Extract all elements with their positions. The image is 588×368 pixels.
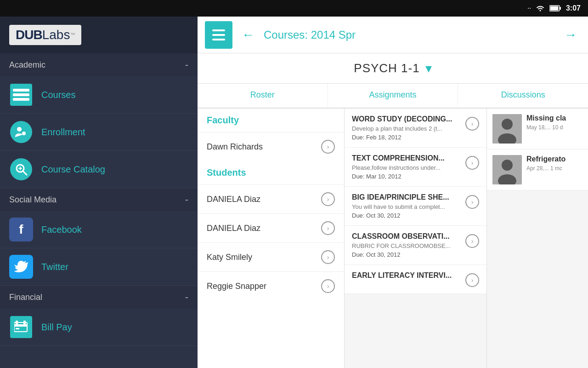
discussion-item-1[interactable]: Refrigerato Apr 28,... 1 mc bbox=[487, 150, 588, 190]
svg-rect-16 bbox=[23, 321, 26, 324]
svg-point-21 bbox=[502, 160, 513, 171]
chevron-right-icon: › bbox=[321, 279, 335, 293]
roster-item-student-2[interactable]: Katy Smilely › bbox=[198, 242, 344, 271]
roster-item-student-3[interactable]: Reggie Snapper › bbox=[198, 271, 344, 300]
discussion-title: Missing cla bbox=[526, 114, 582, 122]
assignment-title: EARLY LITERACY INTERVI... bbox=[352, 271, 461, 280]
logo: DUBLabs™ bbox=[9, 25, 81, 45]
course-name: PSYCH 1-1 bbox=[354, 61, 419, 75]
tab-roster[interactable]: Roster bbox=[198, 84, 328, 108]
roster-name: Katy Smilely bbox=[207, 253, 252, 262]
assignment-desc: You will have to submit a complet... bbox=[352, 203, 461, 210]
nav-forward-button[interactable]: → bbox=[560, 28, 581, 42]
course-catalog-label: Course Catalog bbox=[41, 164, 105, 175]
financial-title: Financial bbox=[9, 293, 42, 302]
facebook-icon: f bbox=[9, 218, 33, 242]
assignment-desc: Please,follow instructions under... bbox=[352, 164, 461, 171]
svg-line-9 bbox=[23, 171, 27, 175]
students-title: Students bbox=[207, 167, 246, 178]
assignment-arrow-icon[interactable]: › bbox=[465, 195, 479, 209]
academic-title: Academic bbox=[9, 60, 45, 70]
enrollment-label: Enrollment bbox=[41, 127, 85, 138]
faculty-section-header: Faculty bbox=[198, 109, 344, 132]
discussion-title: Refrigerato bbox=[526, 155, 582, 163]
svg-rect-3 bbox=[550, 6, 558, 11]
social-media-collapse[interactable]: - bbox=[185, 194, 188, 206]
twitter-icon bbox=[9, 255, 33, 279]
nav-back-button[interactable]: ← bbox=[238, 28, 258, 42]
roster-item-student-0[interactable]: DANIELA Diaz › bbox=[198, 184, 344, 213]
svg-rect-13 bbox=[14, 324, 27, 327]
academic-collapse[interactable]: - bbox=[185, 59, 188, 71]
social-media-section-header: Social Media - bbox=[0, 188, 198, 211]
avatar-0 bbox=[492, 114, 522, 144]
assignment-arrow-icon[interactable]: › bbox=[465, 273, 479, 287]
status-bar: ⋅⋅ 3:07 bbox=[0, 0, 588, 17]
assignment-due: Due: Feb 18, 2012 bbox=[352, 134, 461, 141]
catalog-icon bbox=[9, 157, 33, 181]
sidebar-header: DUBLabs™ bbox=[0, 17, 198, 53]
content-area: ← Courses: 2014 Spr → PSYCH 1-1 ▾ Roster… bbox=[198, 17, 588, 368]
avatar-1 bbox=[492, 155, 522, 184]
tabs-row: Roster Assignments Discussions bbox=[198, 84, 588, 109]
assignment-desc: RUBRIC FOR CLASSROOMOBSE... bbox=[352, 242, 461, 249]
chevron-right-icon: › bbox=[321, 221, 335, 235]
sidebar-item-bill-pay[interactable]: Bill Pay bbox=[0, 309, 198, 346]
logo-labs: Labs bbox=[42, 28, 70, 42]
logo-dub: DUB bbox=[16, 28, 42, 42]
main-layout: DUBLabs™ Academic - Courses bbox=[0, 17, 588, 368]
menu-icon bbox=[212, 29, 225, 40]
assignment-item-2: BIG IDEA/PRINCIPLE SHE... You will have … bbox=[345, 187, 486, 226]
financial-collapse[interactable]: - bbox=[185, 291, 188, 303]
social-media-title: Social Media bbox=[9, 195, 57, 205]
svg-point-18 bbox=[502, 119, 513, 130]
enrollment-icon bbox=[9, 120, 33, 144]
roster-item-student-1[interactable]: DANIELA Diaz › bbox=[198, 213, 344, 242]
sidebar-item-twitter[interactable]: Twitter bbox=[0, 248, 198, 286]
status-time: 3:07 bbox=[566, 4, 581, 12]
assignment-desc: Develop a plan that includes 2 (t... bbox=[352, 125, 461, 132]
sidebar-item-course-catalog[interactable]: Course Catalog bbox=[0, 151, 198, 188]
assignment-due: Due: Oct 30, 2012 bbox=[352, 251, 461, 258]
assignment-due: Due: Oct 30, 2012 bbox=[352, 212, 461, 219]
discussion-meta: May 18,... 10 d bbox=[526, 124, 582, 131]
header-title: Courses: 2014 Spr bbox=[264, 29, 555, 41]
sidebar-item-courses[interactable]: Courses bbox=[0, 76, 198, 114]
sidebar-item-enrollment[interactable]: Enrollment bbox=[0, 114, 198, 151]
assignment-arrow-icon[interactable]: › bbox=[465, 156, 479, 170]
assignment-arrow-icon[interactable]: › bbox=[465, 117, 479, 131]
wifi-icon bbox=[536, 5, 545, 12]
chevron-right-icon: › bbox=[321, 250, 335, 264]
roster-item-dawn[interactable]: Dawn Richards › bbox=[198, 132, 344, 161]
courses-label: Courses bbox=[41, 90, 75, 100]
tab-discussions[interactable]: Discussions bbox=[458, 84, 588, 108]
discussion-meta: Apr 28,... 1 mc bbox=[526, 165, 582, 172]
assignment-item-0: WORD STUDY (DECODING... Develop a plan t… bbox=[345, 109, 486, 148]
roster-name: DANIELA Diaz bbox=[207, 224, 260, 233]
roster-name: DANIELA Diaz bbox=[207, 195, 260, 204]
faculty-title: Faculty bbox=[207, 115, 239, 125]
courses-icon bbox=[9, 83, 33, 107]
svg-rect-15 bbox=[16, 321, 18, 324]
menu-button[interactable] bbox=[205, 21, 232, 49]
academic-section-header: Academic - bbox=[0, 53, 198, 76]
chevron-right-icon: › bbox=[321, 140, 335, 154]
assignment-item-4: EARLY LITERACY INTERVI... › bbox=[345, 265, 486, 294]
svg-rect-14 bbox=[16, 328, 19, 329]
discussion-item-0[interactable]: Missing cla May 18,... 10 d bbox=[487, 109, 588, 150]
bill-pay-label: Bill Pay bbox=[41, 322, 72, 333]
assignment-item-3: CLASSROOM OBSERVATI... RUBRIC FOR CLASSR… bbox=[345, 226, 486, 265]
sidebar-item-facebook[interactable]: f Facebook bbox=[0, 211, 198, 248]
assignment-item-1: TEXT COMPREHENSION... Please,follow inst… bbox=[345, 148, 486, 187]
content-header: ← Courses: 2014 Spr → bbox=[198, 17, 588, 53]
course-dropdown-icon[interactable]: ▾ bbox=[425, 61, 432, 76]
tab-assignments[interactable]: Assignments bbox=[328, 84, 458, 108]
roster-column: Faculty Dawn Richards › Students DANIELA… bbox=[198, 109, 345, 368]
billpay-icon bbox=[9, 315, 33, 339]
svg-point-0 bbox=[539, 10, 541, 12]
assignment-title: WORD STUDY (DECODING... bbox=[352, 115, 461, 123]
twitter-label: Twitter bbox=[41, 262, 68, 272]
assignments-column: WORD STUDY (DECODING... Develop a plan t… bbox=[345, 109, 487, 368]
assignment-arrow-icon[interactable]: › bbox=[465, 234, 479, 248]
discussions-column: Missing cla May 18,... 10 d Refrigerato bbox=[487, 109, 588, 368]
